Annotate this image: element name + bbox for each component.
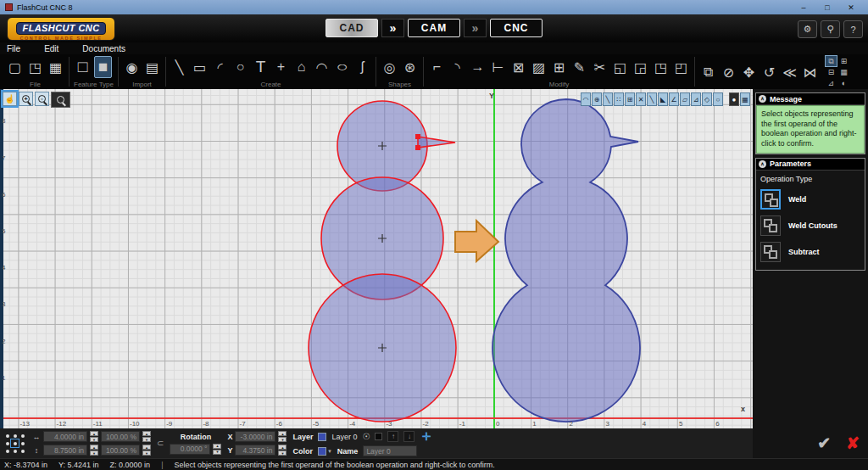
break-icon[interactable]: ⊠ [509,56,527,78]
frame-select-4-icon[interactable]: ◰ [672,56,690,78]
anchor-point-6[interactable] [3,447,11,455]
pan-hand-button[interactable]: ☝ [3,92,17,106]
height-percent-stepper[interactable]: ▲▼ [142,445,151,456]
width-percent-stepper[interactable]: ▲▼ [142,431,151,442]
settings-button[interactable]: ⚙ [798,20,817,38]
frame-select-2-icon[interactable]: ◲ [632,56,649,78]
x-input[interactable]: -3.0000 in [235,431,275,442]
feature-filled-icon[interactable]: ■ [94,56,112,78]
frame-select-1-icon[interactable]: ◱ [611,56,629,78]
array-icon[interactable]: ▦ [838,67,849,77]
y-input[interactable]: 4.3750 in [235,445,275,456]
menu-file[interactable]: File [7,44,20,53]
tab-cad[interactable]: CAD [326,19,378,37]
new-file-icon[interactable]: ▢ [6,56,24,78]
anchor-point-3[interactable] [3,439,11,447]
x-stepper[interactable]: ▲▼ [278,431,287,442]
snap-quadrant-button[interactable]: ◇ [702,92,712,106]
ellipse-tool-icon[interactable]: ○ [329,56,354,78]
snap-center-button[interactable]: ⊕ [592,92,602,106]
explode-icon[interactable]: ⊞ [838,56,849,66]
nose-handle-top[interactable] [415,134,420,139]
layer-visibility-icon[interactable]: ☉ [362,432,370,441]
menu-edit[interactable]: Edit [44,44,58,53]
snap-midpoint-button[interactable]: ○ [713,92,723,106]
layer-down-button[interactable]: ↓ [403,431,415,442]
anchor-point-5[interactable] [19,439,26,447]
chevron-cam-cnc-icon[interactable]: » [464,19,487,37]
collapse-parameters-icon[interactable]: ∧ [759,160,766,168]
polygon-tool-icon[interactable]: ⌂ [292,56,310,78]
message-header[interactable]: ∧ Message [756,93,865,105]
anchor-point-8[interactable] [19,447,26,455]
snap-angle-button[interactable]: ∠ [669,92,679,106]
cancel-button[interactable]: ✘ [846,434,860,453]
aspect-link-icon[interactable]: ⊂ [157,439,164,448]
rectangle-tool-icon[interactable]: ▭ [191,56,209,78]
menu-documents[interactable]: Documents [82,44,125,53]
zoom-extents-button[interactable] [51,92,70,108]
snap-line-button[interactable]: ╲ [603,92,613,106]
height-percent-input[interactable]: 100.00 % [101,445,140,456]
delete-icon[interactable]: ⊘ [720,61,737,83]
snap-tangent-button[interactable]: ╲ [647,92,657,106]
window-maximize-button[interactable]: □ [815,1,839,14]
help-button[interactable]: ? [843,20,863,38]
width-input[interactable]: 4.0000 in [43,431,87,442]
scale-icon[interactable]: ⊿ [826,78,837,88]
anchor-point-7[interactable] [11,447,19,455]
trim-corner-icon[interactable]: ⌐ [428,56,446,78]
tab-cnc[interactable]: CNC [490,19,542,37]
point-tool-icon[interactable]: + [272,56,290,78]
open-file-icon[interactable]: ◳ [26,56,44,78]
snap-grid-points-button[interactable]: ∷ [614,92,624,106]
rotate-icon[interactable]: ↺ [760,61,778,83]
welded-snowman-shape[interactable] [492,99,640,422]
tab-cam[interactable]: CAM [408,19,460,37]
layer-color-swatch[interactable] [318,433,326,441]
layer-lock-checkbox[interactable] [375,433,382,440]
snap-perpendicular-button[interactable]: ◣ [658,92,668,106]
transform-arrow[interactable] [455,221,498,261]
flip-icon[interactable]: ⋈ [801,61,819,83]
operation-weld-cutouts[interactable]: Weld Cutouts [760,215,860,236]
show-points-toggle-button[interactable]: ● [729,92,739,106]
spline-tool-icon[interactable]: ʃ [353,56,371,78]
group-icon[interactable]: ⊟ [826,67,837,77]
edit-points-icon[interactable]: ✎ [570,56,588,78]
confirm-button[interactable]: ✔ [817,434,831,453]
snowman-nose-triangle[interactable] [418,137,455,148]
import-dxf-dwg-icon[interactable]: ▤ [143,56,161,78]
circle-tool-icon[interactable]: ○ [231,56,249,78]
snap-endpoint-button[interactable]: ⊿ [691,92,701,106]
snap-intersection-button[interactable]: ✕ [636,92,646,106]
width-percent-input[interactable]: 100.00 % [101,431,140,442]
window-close-button[interactable]: ✕ [839,1,863,14]
line-tool-icon[interactable]: ╲ [170,56,188,78]
height-stepper[interactable]: ▲▼ [90,445,98,456]
arc-tool-icon[interactable]: ◜ [211,56,229,78]
zoom-window-button[interactable]: ▫ [35,92,49,106]
snip-icon[interactable]: ✂ [591,56,609,78]
text-tool-icon[interactable]: T [252,56,270,78]
width-stepper[interactable]: ▲▼ [90,431,98,442]
layer-select[interactable]: Layer 0 [331,433,357,441]
shape-tools-icon[interactable]: ⊛ [401,56,419,78]
save-file-icon[interactable]: ▦ [47,56,64,78]
license-key-button[interactable]: ⚲ [821,20,840,38]
nose-handle-bottom[interactable] [415,145,420,150]
anchor-point-2[interactable] [19,432,26,439]
mirror-icon[interactable]: ◐ [838,78,849,88]
snap-arc-button[interactable]: ◠ [581,92,591,106]
rotation-input[interactable]: 0.0000 ° [170,444,210,455]
collapse-message-icon[interactable]: ∧ [759,95,766,103]
chevron-cad-cam-icon[interactable]: » [381,19,404,37]
add-layer-icon[interactable]: ✛ [421,430,431,443]
trim-icon[interactable]: ⊢ [489,56,507,78]
y-stepper[interactable]: ▲▼ [278,445,287,456]
operation-weld[interactable]: Weld [760,189,860,210]
name-input[interactable]: Layer 0 [363,445,417,456]
arc-3pt-tool-icon[interactable]: ◠ [313,56,331,78]
zoom-in-button[interactable]: + [19,92,33,106]
anchor-point-4[interactable] [11,439,19,447]
